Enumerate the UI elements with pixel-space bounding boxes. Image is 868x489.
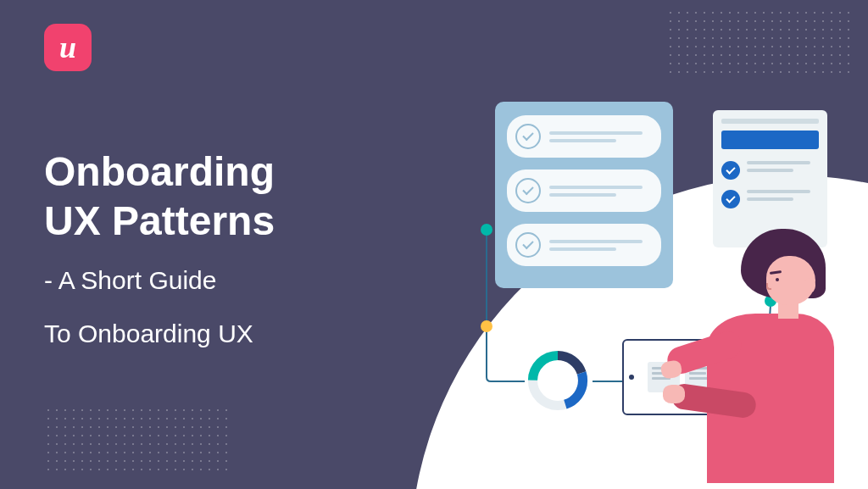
subtitle-line-2: To Onboarding UX [44, 317, 275, 352]
person-eye [776, 278, 779, 281]
hero-title: Onboarding UX Patterns - A Short Guide T… [44, 147, 275, 351]
person-ear [804, 278, 815, 293]
title-line-2: UX Patterns [44, 197, 275, 246]
text-placeholder [549, 240, 653, 251]
dot-pattern-bottom-left [44, 406, 231, 474]
text-placeholder [549, 131, 653, 142]
illustration: ✦ ✦ [427, 102, 868, 483]
node-yellow-1 [481, 320, 492, 332]
task-item [721, 190, 819, 208]
check-icon [515, 232, 541, 258]
dot-pattern-top-right [666, 8, 853, 76]
node-teal-1 [481, 224, 492, 236]
text-placeholder [549, 186, 653, 197]
person-illustration [673, 229, 851, 483]
person-hand [663, 385, 685, 403]
logo-letter: u [59, 30, 76, 65]
userpilot-logo: u [44, 24, 92, 71]
task-card [713, 110, 827, 247]
text-placeholder [747, 190, 810, 201]
person-nose [766, 283, 771, 290]
task-item [721, 161, 819, 180]
text-placeholder [747, 161, 810, 172]
check-icon [515, 178, 541, 203]
bar-placeholder [721, 119, 819, 124]
check-icon [515, 124, 541, 149]
checklist-card [495, 102, 673, 288]
donut-chart-icon [525, 347, 591, 414]
subtitle-line-1: - A Short Guide [44, 264, 275, 298]
progress-bar [721, 131, 819, 149]
check-icon [721, 161, 740, 180]
checklist-item [507, 115, 661, 158]
person-hand [659, 359, 682, 380]
check-icon [721, 190, 740, 208]
checklist-item [507, 169, 661, 212]
checklist-item [507, 224, 661, 266]
title-line-1: Onboarding [44, 147, 275, 197]
